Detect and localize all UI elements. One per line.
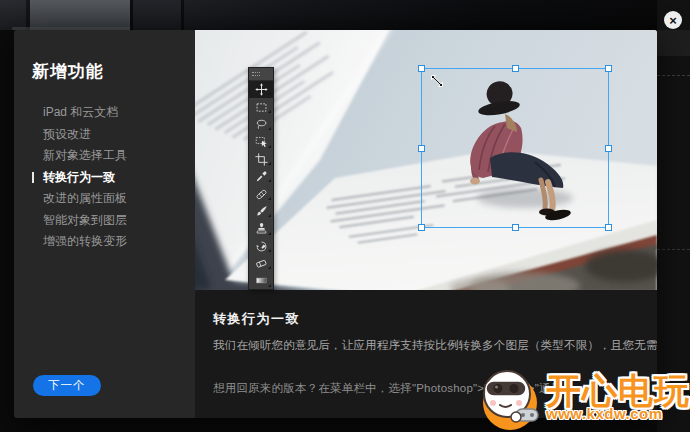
- feature-caption: 转换行为一致 我们在倾听您的意见后，让应用程序支持按比例转换多个图层（类型不限）…: [213, 310, 649, 353]
- sidebar-item-transform-warp[interactable]: 增强的转换变形: [14, 231, 195, 253]
- move-tool-icon[interactable]: [249, 81, 273, 98]
- transform-handle-sw[interactable]: [418, 224, 425, 231]
- close-icon: ×: [669, 13, 677, 28]
- ps-toolbar: [248, 67, 274, 290]
- transform-handle-n[interactable]: [512, 65, 519, 72]
- eraser-tool-icon[interactable]: [249, 255, 273, 272]
- sidebar-item-transform-consistency[interactable]: 转换行为一致: [14, 167, 195, 189]
- background-shade: [0, 0, 690, 30]
- kxdw-watermark-text: 开心电玩 www.kxdw.com: [546, 374, 690, 422]
- clone-stamp-tool-icon[interactable]: [249, 220, 273, 237]
- background-panel-fragment: [657, 30, 690, 56]
- lasso-tool-icon[interactable]: [249, 116, 273, 133]
- kxdw-watermark: 开心电玩 www.kxdw.com: [476, 365, 690, 431]
- close-button[interactable]: ×: [664, 11, 682, 29]
- transform-handle-ne[interactable]: [605, 65, 612, 72]
- eyedropper-tool-icon[interactable]: [249, 168, 273, 185]
- sidebar-item-ipad-cloud[interactable]: iPad 和云文档: [14, 102, 195, 124]
- healing-brush-tool-icon[interactable]: [249, 185, 273, 202]
- sidebar-item-presets[interactable]: 预设改进: [14, 124, 195, 146]
- dialog-sidebar: 新增功能 iPad 和云文档 预设改进 新对象选择工具 转换行为一致 改进的属性…: [14, 30, 195, 418]
- transform-handle-e[interactable]: [605, 145, 612, 152]
- transform-bounding-box[interactable]: [421, 68, 609, 228]
- scale-cursor-icon: [430, 74, 444, 88]
- toolbar-header[interactable]: [249, 68, 273, 81]
- transform-handle-s[interactable]: [512, 224, 519, 231]
- background-app-strip: [0, 0, 690, 30]
- gradient-tool-icon[interactable]: [249, 272, 273, 289]
- object-selection-tool-icon[interactable]: [249, 133, 273, 150]
- whats-new-dialog: 新增功能 iPad 和云文档 预设改进 新对象选择工具 转换行为一致 改进的属性…: [14, 30, 657, 418]
- kxdw-title: 开心电玩: [546, 374, 690, 408]
- dialog-main: 转换行为一致 我们在倾听您的意见后，让应用程序支持按比例转换多个图层（类型不限）…: [195, 30, 657, 418]
- background-dashed-line: [657, 75, 690, 76]
- history-brush-tool-icon[interactable]: [249, 238, 273, 255]
- sidebar-item-object-selection[interactable]: 新对象选择工具: [14, 145, 195, 167]
- toolbar-grip-icon: [252, 72, 260, 76]
- dialog-title: 新增功能: [32, 60, 195, 83]
- next-button[interactable]: 下一个: [33, 375, 101, 396]
- feature-nav: iPad 和云文档 预设改进 新对象选择工具 转换行为一致 改进的属性面板 智能…: [14, 102, 195, 253]
- feature-description: 我们在倾听您的意见后，让应用程序支持按比例转换多个图层（类型不限），且您无需使用…: [213, 338, 649, 353]
- crop-tool-icon[interactable]: [249, 151, 273, 168]
- brush-tool-icon[interactable]: [249, 203, 273, 220]
- sidebar-item-smart-object-layers[interactable]: 智能对象到图层: [14, 210, 195, 232]
- sidebar-item-properties-panel[interactable]: 改进的属性面板: [14, 188, 195, 210]
- transform-handle-nw[interactable]: [418, 65, 425, 72]
- transform-handle-w[interactable]: [418, 145, 425, 152]
- feature-heading: 转换行为一致: [213, 310, 649, 328]
- transform-handle-se[interactable]: [605, 224, 612, 231]
- marquee-tool-icon[interactable]: [249, 98, 273, 115]
- kxdw-mascot-icon: [476, 365, 544, 431]
- background-dashed-line: [657, 249, 690, 250]
